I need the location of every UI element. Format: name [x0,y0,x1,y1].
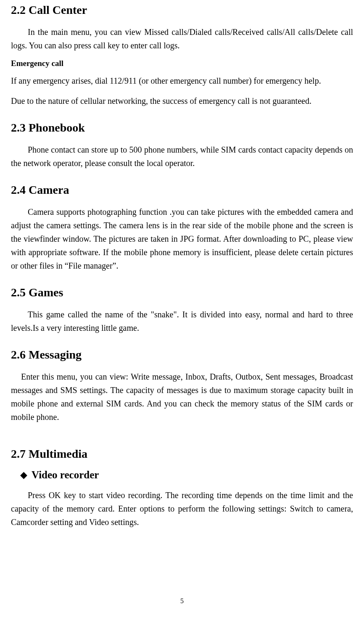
paragraph-phonebook: Phone contact can store up to 500 phone … [11,143,353,170]
diamond-icon: ◆ [20,470,27,480]
section-camera: 2.4 Camera Camera supports photographing… [11,183,353,272]
section-multimedia: 2.7 Multimedia ◆ Video recorder Press OK… [11,447,353,529]
paragraph-emergency-1: If any emergency arises, dial 112/911 (o… [11,74,353,87]
heading-multimedia: 2.7 Multimedia [11,447,353,461]
heading-call-center: 2.2 Call Center [11,3,353,17]
bullet-video-recorder: ◆ Video recorder [11,469,353,481]
paragraph-video-recorder: Press OK key to start video recording. T… [11,488,353,529]
bullet-label-video-recorder: Video recorder [32,469,99,481]
heading-games: 2.5 Games [11,286,353,299]
heading-camera: 2.4 Camera [11,183,353,197]
section-messaging: 2.6 Messaging Enter this menu, you can v… [11,348,353,424]
subheading-emergency-call: Emergency call [11,59,353,68]
page-number: 5 [180,597,184,605]
heading-messaging: 2.6 Messaging [11,348,353,361]
paragraph-camera: Camera supports photographing function .… [11,205,353,272]
section-phonebook: 2.3 Phonebook Phone contact can store up… [11,121,353,170]
paragraph-emergency-2: Due to the nature of cellular networking… [11,94,353,108]
paragraph-call-center-intro: In the main menu, you can view Missed ca… [11,25,353,52]
document-content: 2.2 Call Center In the main menu, you ca… [11,3,353,529]
heading-phonebook: 2.3 Phonebook [11,121,353,135]
paragraph-messaging: Enter this menu, you can view: Write mes… [11,370,353,424]
section-call-center: 2.2 Call Center In the main menu, you ca… [11,3,353,108]
paragraph-games: This game called the name of the "snake"… [11,308,353,335]
section-games: 2.5 Games This game called the name of t… [11,286,353,335]
